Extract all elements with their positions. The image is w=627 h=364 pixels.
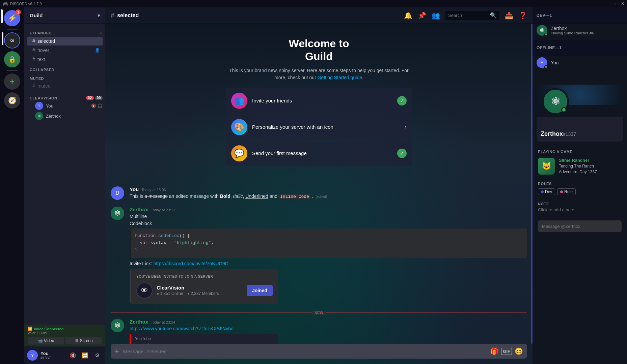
titlebar: 🎮 DISCORD v6-4.7.9 — □ ✕	[0, 0, 627, 7]
zerthox-username-2: Zerthox	[130, 319, 148, 325]
zerthox-timestamp-1: Today at 23:11	[151, 208, 175, 212]
explore-servers-button[interactable]: 🧭	[4, 92, 20, 109]
message-group-zerthox-1: ⚛ Zerthox Today at 23:11 MultilineCodebl…	[105, 205, 533, 308]
you-avatar: D	[111, 186, 124, 200]
invite-embed-body: 👁 ClearVision ● 1,351 Online ● 2,387 Mem…	[136, 282, 273, 299]
user-card-avatar: ⚛	[542, 88, 569, 115]
titlebar-controls[interactable]: — □ ✕	[609, 1, 624, 6]
search-box[interactable]: 🔍	[445, 11, 499, 20]
screen-button[interactable]: 🖥 Screen	[65, 337, 102, 344]
guild-header[interactable]: Guild ▾	[24, 7, 105, 24]
mute-button[interactable]: 🔇	[67, 350, 78, 361]
yt-source: YouTube	[131, 334, 278, 342]
add-server-button[interactable]: +	[4, 73, 20, 90]
clearvision-label: ClearVision	[30, 96, 57, 100]
fn-name: codebloc	[158, 233, 179, 238]
add-attachment-button[interactable]: +	[115, 347, 119, 356]
minimize-button[interactable]: —	[609, 1, 613, 6]
online-dot: ●	[157, 291, 159, 296]
step-personalize[interactable]: 🎨 Personalize your server with an icon ›	[226, 114, 412, 140]
youtube-embed: YouTube TomSka asdfmovie10	[130, 334, 278, 344]
channel-category-collapsed[interactable]: COLLAPSED	[24, 66, 105, 72]
user-settings-button[interactable]: ⚙	[92, 350, 103, 361]
online-count: ● 1,351 Online	[157, 291, 183, 296]
add-channel-icon[interactable]: +	[100, 30, 103, 36]
roles-container: Dev Role	[533, 187, 627, 199]
var-keyword: var	[140, 240, 148, 245]
close-button[interactable]: ✕	[621, 1, 624, 6]
step-send-message[interactable]: 💬 Send your first message ✓	[226, 141, 412, 166]
message-text-input[interactable]	[123, 348, 486, 354]
dm-message-input[interactable]: Message @Zerthox	[538, 220, 622, 232]
emoji-button[interactable]: 😊	[515, 347, 523, 355]
playing-game-label: PLAYING A GAME	[533, 146, 627, 155]
user-panel-avatar[interactable]: Y	[27, 350, 38, 361]
search-input[interactable]	[448, 13, 488, 18]
getting-started-link[interactable]: Getting Started guide	[318, 75, 362, 80]
divider-line-right	[326, 312, 527, 313]
channel-hash-icon: #	[111, 11, 114, 19]
voice-connected-label: Voice Connected	[34, 327, 63, 331]
channel-item-selected[interactable]: # selected 👤 ⚙	[27, 37, 103, 46]
dev-role-label: Dev	[545, 189, 552, 194]
offline-user-you[interactable]: Y You	[533, 56, 627, 69]
step-invite-text: Invite your friends	[252, 98, 392, 103]
game-icon: 🐱	[538, 158, 555, 175]
step-invite-friends[interactable]: 👥 Invite your friends ✓	[226, 88, 412, 114]
members-icon[interactable]: 👥	[432, 11, 440, 20]
channel-item-muted[interactable]: # muted	[27, 82, 103, 90]
invite-url[interactable]: https://discord.com/invite/7pNUC9C	[154, 261, 228, 266]
hash-icon: #	[32, 38, 35, 44]
voice-connected-banner: 📶 Voice Connected Voice / Guild 📹 Video …	[24, 325, 105, 346]
deafen-icon: 🎧	[98, 103, 103, 108]
italic-text: Italic	[233, 193, 243, 199]
channel-item-text[interactable]: # text	[27, 55, 103, 64]
collapsed-label: COLLAPSED	[30, 68, 54, 72]
server-icon-guild[interactable]: G	[4, 32, 20, 49]
server-icon-green[interactable]: 🔒	[4, 51, 20, 67]
role-tag-dev[interactable]: Dev	[538, 188, 555, 195]
invite-link-line: Invite Link: https://discord.com/invite/…	[130, 261, 527, 267]
you-timestamp: Today at 23:03	[141, 188, 166, 192]
server-embed-meta: ● 1,351 Online ● 2,387 Members	[157, 291, 243, 296]
video-button[interactable]: 📹 Video	[28, 337, 64, 344]
voice-category-clearvision[interactable]: ClearVision 02 99	[24, 94, 105, 101]
channel-item-hover[interactable]: # hover 👤	[27, 46, 103, 55]
channel-category-expanded[interactable]: EXPANDED +	[24, 29, 105, 36]
divider-line	[111, 312, 312, 313]
role-role-dot	[560, 190, 563, 193]
help-icon[interactable]: ❓	[519, 11, 527, 20]
you-list-avatar: Y	[537, 57, 547, 68]
voice-user-zerthox[interactable]: ⚛ Zerthox	[24, 111, 105, 121]
channel-sidebar: Guild ▾ EXPANDED + # selected 👤 ⚙ # hove…	[24, 7, 105, 364]
gift-button[interactable]: 🎁	[490, 347, 498, 355]
search-icon: 🔍	[490, 12, 497, 19]
youtube-link[interactable]: https://www.youtube.com/watch?v=foFKXS6N…	[130, 326, 234, 331]
maximize-button[interactable]: □	[616, 1, 618, 6]
note-placeholder[interactable]: Click to add a note	[538, 207, 622, 212]
online-user-zerthox[interactable]: ⚛ Zerthox Playing Slime Rancher 🎮	[533, 24, 627, 37]
user-card-name: Zerthox#1337	[541, 130, 619, 138]
bell-icon[interactable]: 🔔	[404, 11, 412, 20]
note-label: NOTE	[538, 202, 622, 206]
channel-name-text: text	[37, 57, 45, 62]
server-icon-discord-home[interactable]: ⚡ 1	[4, 10, 20, 26]
signal-icon: 📶	[28, 327, 32, 331]
note-area: NOTE Click to add a note	[533, 199, 627, 218]
hash-icon-muted: #	[32, 83, 35, 89]
message-header-zerthox-1: Zerthox Today at 23:11	[130, 207, 527, 212]
right-panel-header-offline: OFFLINE—1	[533, 40, 627, 56]
deafen-button[interactable]: 🔁	[80, 350, 90, 361]
inbox-icon[interactable]: 📥	[505, 11, 513, 20]
voice-user-you[interactable]: Y You 🔇 🎧	[24, 101, 105, 111]
channel-header-name: selected	[117, 12, 139, 19]
invite-friends-icon: 👥	[231, 93, 247, 109]
add-user-icon: 👤	[90, 39, 95, 44]
send-message-icon: 💬	[231, 145, 247, 161]
header-right-icons: 🔔 📌 👥 🔍 📥 ❓	[404, 11, 527, 20]
gif-button[interactable]: GIF	[501, 348, 512, 355]
joined-button[interactable]: Joined	[247, 285, 273, 296]
channel-category-muted[interactable]: MUTED	[24, 75, 105, 81]
role-tag-role[interactable]: Role	[557, 188, 576, 195]
pin-icon[interactable]: 📌	[418, 11, 426, 20]
